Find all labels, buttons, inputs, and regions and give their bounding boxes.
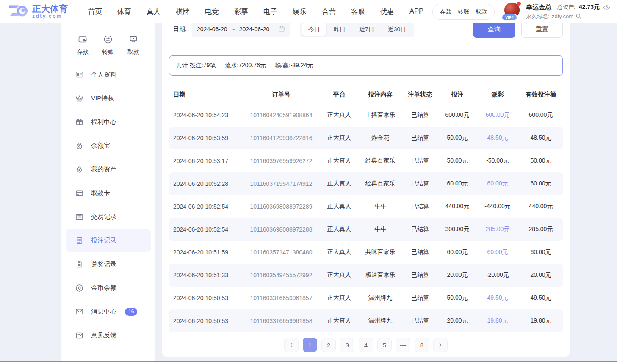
cell-bet: 300.00元 [438,226,476,233]
eye-icon[interactable] [603,4,610,11]
chevron-left-icon [288,342,295,348]
brand-name: 正大体育 [32,4,68,14]
bottom-scrollbar[interactable] [0,361,617,364]
sidebar-item-assets[interactable]: 我的资产 [66,157,151,181]
unread-badge: 16 [125,308,137,316]
cell-order: 1011603316659961857 [243,295,320,301]
cell-platform: 正大真人 [320,111,359,119]
cell-content: 温州牌九 [359,317,402,325]
cell-order: 1011604240591908864 [243,112,320,119]
nav-chess[interactable]: 棋牌 [175,6,191,18]
cell-status: 已结算 [402,226,438,233]
prev-page-button[interactable] [284,338,299,352]
cell-content: 经典百家乐 [359,157,402,165]
sidebar-item-welfare[interactable]: 福利中心 [66,110,151,134]
reset-button[interactable]: 重置 [521,23,563,38]
column-header-content: 投注内容 [359,91,402,99]
cell-valid: 60.00元 [519,180,563,188]
coin-icon [75,284,84,292]
nav-partnership[interactable]: 合营 [321,6,337,18]
cell-status: 已结算 [402,203,438,210]
cell-bet: 440.00元 [438,203,476,210]
cell-valid: 285.00元 [519,226,563,233]
cell-bet: 20.00元 [438,317,476,325]
page-3[interactable]: 3 [340,338,354,352]
search-button[interactable]: 查询 [473,23,515,38]
sidebar-item-transactions[interactable]: 交易记录 [66,205,151,229]
nav-live-casino[interactable]: 真人 [146,6,161,18]
range-7days[interactable]: 近7日 [353,23,381,36]
left-rail [0,23,61,364]
sidebar-item-yuebao[interactable]: 余额宝 [66,134,151,157]
cell-platform: 正大真人 [320,271,359,279]
cell-payout: -20.00元 [476,271,519,279]
column-header-valid: 有效投注额 [519,91,563,99]
transfer-link[interactable]: 转账 [458,8,469,16]
page-2[interactable]: 2 [321,338,336,352]
page-5[interactable]: 5 [377,338,392,352]
sidebar-item-messages[interactable]: 消息中心 16 [66,300,151,323]
column-header-date: 日期 [169,91,243,99]
column-header-payout: 派彩 [476,91,519,99]
cell-status: 已结算 [402,294,438,302]
sidebar-item-vip[interactable]: VIP特权 [66,86,151,110]
cell-order: 1011603976959926272 [243,157,320,164]
page-8[interactable]: 8 [415,338,429,352]
sidebar-item-redeem-records[interactable]: 兑奖记录 [66,252,151,276]
summary-winloss: 输/赢:-39.24元 [275,62,313,69]
transfer-icon [103,34,113,44]
cell-platform: 正大真人 [320,294,359,302]
sidebar-item-withdraw-card[interactable]: 取款卡 [66,181,151,205]
quick-deposit[interactable]: 存款 [77,34,89,56]
page-1[interactable]: 1 [303,338,317,352]
envelope-icon [75,307,84,316]
cell-date: 2024-06-20 10:52:54 [169,226,243,233]
cell-status: 已结算 [402,248,438,256]
cell-valid: 440.00元 [519,203,563,210]
deposit-link[interactable]: 存款 [440,8,451,16]
cell-date: 2024-06-20 10:50:53 [169,295,243,301]
nav-esports[interactable]: 电竞 [204,6,220,18]
nav-sports[interactable]: 体育 [116,6,132,18]
range-yesterday[interactable]: 昨日 [327,23,352,36]
column-header-bet: 投注 [438,91,476,99]
date-range-input[interactable]: 2024-06-20 ~ 2024-06-20 [192,23,290,37]
wallet-actions-pill: 存款转账取款 [432,4,495,20]
brand-logo[interactable]: 正大体育 zdty.com [8,2,68,22]
page-4[interactable]: 4 [359,338,373,352]
domain-value: zdty.com [552,13,573,19]
quick-transfer[interactable]: 转账 [102,34,114,56]
cell-content: 牛牛 [359,203,402,210]
cell-bet: 20.00元 [438,271,476,279]
nav-lottery[interactable]: 彩票 [233,6,249,18]
avatar[interactable]: VIP4 [504,2,522,22]
table-row: 2024-06-20 10:53:17 1011603976959926272 … [169,149,563,172]
withdraw-link[interactable]: 取款 [476,8,487,16]
content-card: 日期: 2024-06-20 ~ 2024-06-20 今日昨日近7日近30日 … [162,23,570,357]
search-icon[interactable] [575,13,582,19]
nav-slots[interactable]: 电子 [263,6,278,18]
sidebar-item-profile[interactable]: 个人资料 [66,63,151,86]
range-today[interactable]: 今日 [302,23,326,36]
quick-action-label: 存款 [77,48,89,56]
cell-content: 极速百家乐 [359,271,402,279]
next-page-button[interactable] [433,338,448,352]
sidebar-item-feedback[interactable]: 意见反馈 [66,323,151,347]
nav-home[interactable]: 首页 [87,6,103,18]
cell-valid: 19.80元 [519,317,563,325]
sidebar-item-coin-balance[interactable]: 金币余额 [66,276,151,300]
nav-promotions[interactable]: 优惠 [379,6,395,18]
nav-support[interactable]: 客服 [350,6,366,18]
sidebar-item-bet-records[interactable]: 投注记录 [66,229,151,252]
vip-badge: VIP4 [501,14,517,21]
date-filter-label: 日期: [173,25,187,33]
range-30days[interactable]: 近30日 [382,23,413,36]
nav-app[interactable]: APP [409,6,424,18]
nav-entertainment[interactable]: 娱乐 [292,6,307,18]
sidebar-item-label: 福利中心 [91,118,116,126]
pagination-ellipsis[interactable]: ••• [396,338,410,352]
quick-withdraw[interactable]: 取款 [127,34,139,56]
table-row: 2024-06-20 10:50:53 1011603316659961857 … [169,287,563,309]
cell-payout: 600.00元 [476,111,519,119]
cell-payout: 60.00元 [476,180,519,188]
